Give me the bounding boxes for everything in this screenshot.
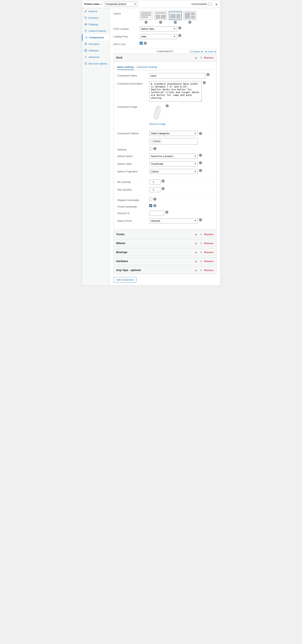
add-component-button[interactable]: Add Component — [113, 277, 137, 282]
shipped-individually-checkbox[interactable] — [149, 198, 152, 200]
wheels-sort-button[interactable]: ≡ — [200, 241, 203, 245]
edit-in-cart-help[interactable]: ? — [144, 42, 147, 45]
downloadable-checkbox[interactable] — [209, 2, 212, 6]
priced-individually-help[interactable]: ? — [153, 204, 156, 207]
remove-image-link[interactable]: Remove image — [149, 123, 169, 126]
sidebar-advanced-label: Advanced — [89, 56, 99, 58]
bearings-move-up-button[interactable]: ▲ — [194, 250, 198, 254]
layout-stacked-help[interactable]: ? — [144, 21, 147, 24]
sidebar-item-advanced[interactable]: Advanced — [82, 54, 109, 60]
options-pagination-select[interactable]: Classic None — [149, 169, 198, 174]
grip-tape-move-up-button[interactable]: ▲ — [194, 268, 198, 272]
expand-all-button[interactable]: Expand all — [190, 50, 203, 53]
component-description-textarea[interactable]: A standard skateboard deck width is betw… — [149, 81, 202, 102]
deck-move-up-button[interactable]: ▲ — [194, 56, 198, 60]
option-prices-select[interactable]: Absolute Relative — [149, 218, 198, 224]
component-controls-wheels: ▲ ≡ Remove — [194, 241, 214, 245]
sidebar-item-general[interactable]: General — [82, 8, 109, 14]
layout-single-col-help[interactable]: ? — [174, 21, 177, 24]
tab-basic-settings[interactable]: Basic Settings — [117, 64, 134, 70]
component-image-label: Component Image — [117, 104, 147, 108]
catalog-price-help[interactable]: ? — [178, 34, 181, 37]
sidebar-item-attributes[interactable]: Attributes — [82, 47, 109, 54]
sidebar-item-components[interactable]: Components — [82, 34, 109, 41]
wheels-remove-button[interactable]: Remove — [204, 242, 214, 245]
default-option-help[interactable]: ? — [199, 154, 202, 157]
options-style-help[interactable]: ? — [199, 161, 202, 164]
optional-checkbox[interactable] — [149, 147, 152, 150]
component-header-hardware: Hardware ▲ ≡ Remove — [114, 258, 216, 265]
option-prices-help[interactable]: ? — [199, 218, 202, 221]
layout-option-two-col[interactable]: ? — [184, 11, 196, 24]
component-options-field: Select categories Select products ? × De… — [149, 131, 213, 144]
optional-row: Optional ? — [117, 147, 213, 151]
close-all-button[interactable]: Close all — [205, 50, 216, 53]
component-controls-deck: ▲ ≡ Remove — [194, 56, 214, 60]
options-pagination-help[interactable]: ? — [199, 169, 202, 172]
hardware-sort-button[interactable]: ≡ — [200, 259, 203, 263]
component-options-help[interactable]: ? — [199, 132, 202, 135]
component-item-grip-tape: Grip Tape - optional ▲ ≡ Remove — [113, 266, 216, 274]
layout-option-stacked[interactable]: ? — [140, 11, 153, 24]
image-area: ? Remove image — [149, 104, 169, 126]
layout-two-col-help[interactable]: ? — [188, 21, 191, 24]
component-name-help[interactable]: ? — [207, 73, 210, 76]
tab-advanced-settings[interactable]: Advanced Settings — [137, 64, 157, 70]
hardware-remove-button[interactable]: Remove — [204, 260, 214, 263]
form-location-help[interactable]: ? — [178, 26, 181, 29]
layout-option-single-col[interactable]: ? — [169, 11, 182, 24]
wheels-move-up-button[interactable]: ▲ — [194, 241, 198, 245]
default-option-select[interactable]: Search for a product... — [149, 154, 198, 159]
component-item-deck: Deck ▲ ≡ Remove Basic Settings | Advance… — [113, 54, 216, 229]
plugin-icon — [84, 62, 87, 65]
options-style-select[interactable]: Thumbnails Dropdowns Radio Buttons — [149, 161, 198, 166]
edit-in-cart-checkbox[interactable] — [140, 42, 143, 45]
star-icon — [84, 42, 87, 46]
tags-input-area[interactable]: × Decks — [149, 138, 198, 144]
sidebar-item-inventory[interactable]: Inventory — [82, 14, 109, 21]
max-quantity-help[interactable]: ? — [162, 187, 165, 190]
sidebar-item-shipping[interactable]: Shipping — [82, 21, 109, 28]
min-quantity-help[interactable]: ? — [162, 180, 165, 182]
bearings-remove-button[interactable]: Remove — [204, 251, 214, 254]
component-description-help[interactable]: ? — [203, 81, 206, 84]
component-options-select[interactable]: Select categories Select products — [149, 131, 198, 136]
link-icon — [84, 29, 87, 32]
discount-help[interactable]: ? — [165, 211, 168, 214]
max-quantity-row: Max Quantity ? — [117, 187, 213, 192]
layout-flow-help[interactable]: ? — [159, 21, 162, 24]
form-location-select[interactable]: Before Tabs After Tabs Before Summary Af… — [140, 26, 177, 32]
max-quantity-wrapper — [149, 187, 161, 192]
catalog-price-select[interactable]: Hide Show Show with range — [140, 34, 177, 39]
max-quantity-input[interactable] — [149, 187, 161, 192]
product-type-select[interactable]: Composite product Simple product Grouped… — [104, 2, 138, 6]
components-section: COMPONENTS Expand all Close — [113, 48, 216, 282]
shipped-individually-help[interactable]: ? — [153, 198, 156, 200]
sidebar-item-linked-products[interactable]: Linked Products — [82, 28, 109, 34]
deck-remove-button[interactable]: Remove — [204, 56, 214, 59]
product-data-label: Product data — — [84, 2, 102, 6]
layout-option-flow[interactable]: ↓ ? — [154, 11, 167, 24]
trucks-move-up-button[interactable]: ▲ — [194, 232, 198, 236]
sidebar-item-get-more-options[interactable]: Get more options — [82, 60, 109, 67]
grip-tape-remove-button[interactable]: Remove — [204, 269, 214, 272]
component-name-field: ? — [149, 73, 213, 78]
optional-help[interactable]: ? — [153, 147, 156, 150]
priced-individually-checkbox[interactable] — [149, 204, 152, 207]
discount-input[interactable] — [149, 211, 164, 216]
collapse-button[interactable]: ▲ — [215, 2, 218, 6]
sidebar-item-scenarios[interactable]: Scenarios — [82, 41, 109, 47]
max-quantity-label: Max Quantity — [117, 187, 147, 191]
bearings-sort-button[interactable]: ≡ — [200, 250, 203, 254]
trucks-remove-button[interactable]: Remove — [204, 233, 214, 236]
trucks-sort-button[interactable]: ≡ — [200, 232, 203, 236]
grip-tape-sort-button[interactable]: ≡ — [200, 268, 203, 272]
min-quantity-input[interactable] — [149, 180, 161, 184]
hardware-move-up-button[interactable]: ▲ — [194, 259, 198, 263]
deck-sort-button[interactable]: ≡ — [200, 56, 203, 60]
component-name-input[interactable] — [149, 73, 205, 78]
options-pagination-row: Options Pagination Classic None ? — [117, 169, 213, 174]
layout-thumb-single-col — [169, 11, 182, 20]
component-image-help[interactable]: ? — [166, 104, 169, 107]
shipped-individually-field: ? — [149, 198, 213, 200]
